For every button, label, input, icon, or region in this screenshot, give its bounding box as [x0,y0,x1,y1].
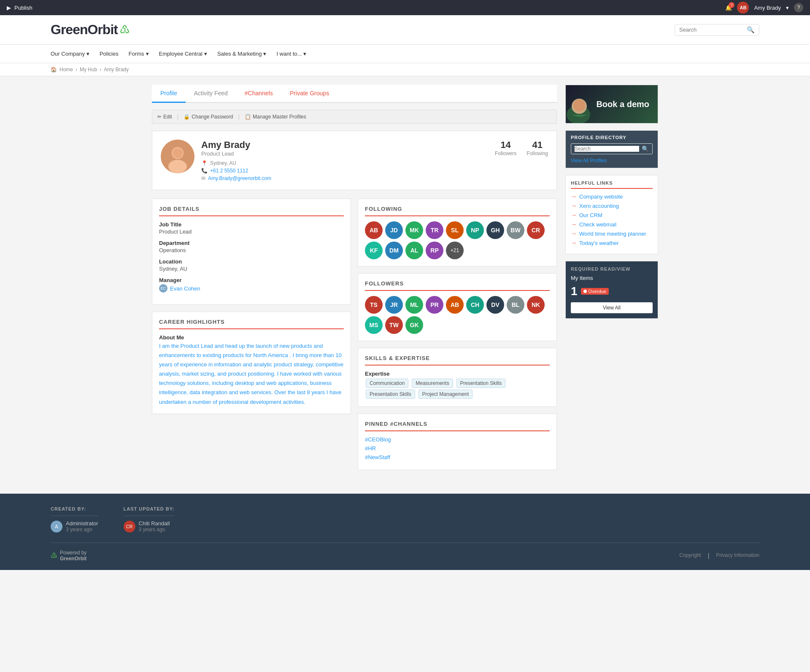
search-box[interactable]: 🔍 [675,24,759,36]
user-dropdown-icon[interactable]: ▾ [786,5,789,11]
helpful-link-crm[interactable]: → Our CRM [571,212,653,218]
following-title: FOLLOWING [365,206,550,216]
edit-button[interactable]: ✏ Edit [157,114,172,120]
created-by-label: CREATED BY: [51,506,98,511]
phone-icon: 📞 [201,168,208,174]
skill-tag[interactable]: Presentation Skills [456,379,506,388]
skill-tag[interactable]: Communication [366,379,408,388]
search-icon[interactable]: 🔍 [747,26,755,34]
skill-tag[interactable]: Project Management [418,390,473,399]
following-avatar[interactable]: NP [466,221,484,239]
following-avatar[interactable]: KF [365,242,383,259]
nav-sales-marketing[interactable]: Sales & Marketing ▾ [217,45,267,63]
follower-avatar[interactable]: ML [405,296,423,314]
following-avatar[interactable]: AL [405,242,423,259]
following-avatar[interactable]: TR [426,221,443,239]
right-column: FOLLOWING AB JD MK TR SL NP GH BW CR KF … [358,199,557,477]
profile-stats: 14 Followers 41 Following [495,140,548,156]
manager-link[interactable]: Evan Cohen [170,285,200,292]
phone-link[interactable]: +61 2 5550 1112 [210,168,248,174]
notifications[interactable]: 🔔 7 [725,5,732,11]
following-avatar[interactable]: JD [385,221,403,239]
profile-dir-input[interactable] [575,146,639,152]
footer-links: Copyright | Privacy Information [679,552,759,559]
follower-avatar[interactable]: CH [466,296,484,314]
nav-our-company[interactable]: Our Company ▾ [51,45,89,63]
user-name-label[interactable]: Amy Brady [754,5,781,11]
follower-avatar[interactable]: TS [365,296,383,314]
followers-avatars: TS JR ML PR AB CH DV BL NK MS TW GK [365,296,550,334]
nav-employee-central[interactable]: Employee Central ▾ [159,45,207,63]
following-avatar[interactable]: SL [446,221,464,239]
user-avatar[interactable]: AB [737,2,749,13]
breadcrumb-home[interactable]: Home [59,67,73,73]
tab-profile[interactable]: Profile [152,85,186,103]
follower-avatar[interactable]: PR [426,296,443,314]
skill-tag[interactable]: Presentation Skills [366,390,415,399]
helpful-link-weather[interactable]: → Today's weather [571,239,653,246]
following-avatar[interactable]: DM [385,242,403,259]
follower-avatar[interactable]: DV [486,296,504,314]
follower-avatar[interactable]: NK [527,296,545,314]
manager-value: EC Evan Cohen [159,284,344,293]
privacy-link[interactable]: Privacy Information [716,552,759,559]
helpful-link-world-time[interactable]: → World time meeting planner [571,230,653,237]
helpful-link-company-website[interactable]: → Company website [571,193,653,200]
helpful-link-webmail[interactable]: → Check webmail [571,221,653,228]
tab-private-groups[interactable]: Private Groups [281,85,338,102]
breadcrumb-my-hub[interactable]: My Hub [80,67,97,73]
follower-avatar[interactable]: BL [507,296,524,314]
edit-icon: ✏ [157,114,162,120]
required-count-row: 1 Overdue [571,285,653,298]
view-all-profiles-link[interactable]: View All Profiles [571,158,653,164]
help-button[interactable]: ? [794,3,803,12]
admin-username: Administrator [66,520,98,527]
channels-section: PINNED #CHANNELS #CEOBlog #HR #NewStaff [358,414,557,470]
skill-tag[interactable]: Measurements [412,379,453,388]
channel-link[interactable]: #HR [365,445,550,452]
email-link[interactable]: Amy.Brady@greenorbit.com [208,175,271,181]
following-avatar[interactable]: RP [426,242,443,259]
profile-directory-title: PROFILE DIRECTORY [571,135,653,140]
arrow-icon: → [571,239,577,246]
profile-meta: 📍 Sydney, AU 📞 +61 2 5550 1112 ✉ Amy.Bra… [201,160,488,181]
arrow-icon: → [571,212,577,218]
following-avatar[interactable]: AB [365,221,383,239]
book-demo-banner[interactable]: Book a demo [566,85,658,123]
following-label: Following [526,151,548,156]
nav-i-want-to[interactable]: I want to... ▾ [276,45,306,63]
tab-channels[interactable]: #Channels [236,85,281,102]
follower-avatar[interactable]: GK [405,316,423,334]
follower-avatar[interactable]: TW [385,316,403,334]
job-details-title: JOB DETAILS [159,206,344,216]
footer-top: CREATED BY: A Administrator 3 years ago … [51,506,759,534]
view-all-button[interactable]: View All [571,302,653,313]
dropdown-icon: ▾ [146,51,149,57]
copyright-link[interactable]: Copyright [679,552,701,559]
search-input[interactable] [679,27,747,33]
channel-link[interactable]: #NewStaff [365,454,550,460]
following-avatar[interactable]: MK [405,221,423,239]
dropdown-icon: ▾ [263,51,266,57]
content-area: Profile Activity Feed #Channels Private … [152,85,557,477]
publish-label[interactable]: Publish [14,5,32,11]
follower-avatar[interactable]: MS [365,316,383,334]
following-avatar[interactable]: BW [507,221,524,239]
following-more[interactable]: +21 [446,242,464,259]
manage-profiles-button[interactable]: 📋 Manage Master Profiles [245,114,306,120]
overdue-dot [583,290,587,293]
following-avatar[interactable]: CR [527,221,545,239]
follower-avatar[interactable]: JR [385,296,403,314]
main-container: Profile Activity Feed #Channels Private … [152,76,658,485]
tab-activity-feed[interactable]: Activity Feed [186,85,236,102]
change-password-button[interactable]: 🔒 Change Password [184,114,233,120]
skills-title: SKILLS & EXPERTISE [365,355,550,366]
nav-policies[interactable]: Policies [100,45,119,63]
profile-dir-search[interactable]: 🔍 [571,143,653,154]
logo[interactable]: GreenOrbit ♳ [51,22,130,38]
nav-forms[interactable]: Forms ▾ [129,45,149,63]
follower-avatar[interactable]: AB [446,296,464,314]
following-avatar[interactable]: GH [486,221,504,239]
helpful-link-xero[interactable]: → Xero accounting [571,202,653,209]
channel-link[interactable]: #CEOBlog [365,436,550,443]
